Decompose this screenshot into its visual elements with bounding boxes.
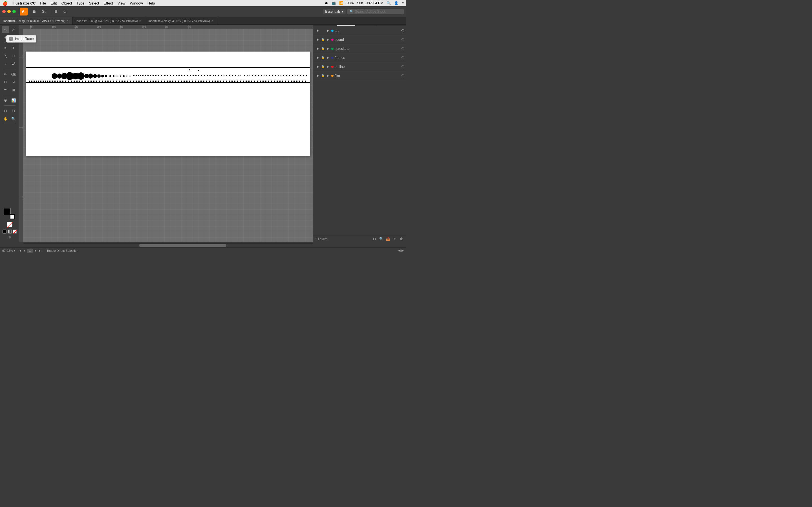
layer-outline[interactable]: 👁 🔒 ▶ outline [313,62,406,71]
line-tool[interactable]: ╲ [2,52,9,59]
app-name[interactable]: Illustrator CC [12,1,36,5]
hand-tool[interactable]: ✋ [2,115,9,122]
apple-menu[interactable]: 🍎 [2,1,8,6]
stroke-color[interactable] [10,214,15,219]
free-transform-tool[interactable]: ⊞ [10,86,17,94]
close-tab-3[interactable]: ✕ [211,19,213,22]
zoom-dropdown-icon[interactable]: ▾ [14,249,15,252]
nav-arrow-right[interactable]: ▶ [402,249,404,252]
layer-eye-outline[interactable]: 👁 [315,64,319,69]
color-mode-none[interactable] [13,230,17,233]
control-strip-icon[interactable]: ≡ [402,1,404,5]
menu-edit[interactable]: Edit [50,1,57,5]
layer-lock-outline[interactable]: 🔒 [320,64,325,69]
layer-eye-sound[interactable]: 👁 [315,38,319,42]
delete-layer-icon[interactable]: 🗑 [399,237,404,241]
scrollbar-thumb[interactable] [139,244,226,247]
layer-target-art[interactable] [402,29,404,32]
layer-expand-frames[interactable]: ▶ [326,56,330,60]
paintbrush-tool[interactable]: 🖌 [10,60,17,67]
airplay-icon[interactable]: 📺 [332,1,336,5]
color-mode-gradient[interactable] [8,230,11,233]
layer-expand-outline[interactable]: ▶ [326,65,330,69]
artboard-tool[interactable]: ⊟ [2,107,9,114]
layer-target-frames[interactable] [402,56,404,59]
layer-lock-film[interactable]: 🔒 [320,73,325,78]
menu-effect[interactable]: Effect [104,1,113,5]
rect-tool[interactable]: □ [10,52,17,59]
screen-mode-icon[interactable]: ⊟ [8,236,11,239]
ellipse-tool[interactable]: ○ [2,60,9,67]
stroke-with-slash[interactable] [7,222,12,227]
layer-expand-sprockets[interactable]: ▶ [326,47,330,51]
perspective-button[interactable]: ◇ [61,8,68,15]
search-stock-input[interactable] [355,10,402,13]
pencil-tool[interactable]: ✏ [2,70,9,78]
minimize-button[interactable] [7,10,11,13]
stock-button[interactable]: St [40,8,47,15]
layer-sound[interactable]: 👁 🔒 ▶ sound [313,35,406,44]
prev-page-btn[interactable]: ◀ [22,249,26,252]
essentials-workspace[interactable]: Essentials ▾ [323,9,346,14]
pen-tool[interactable]: ✒ [2,44,9,52]
collect-in-layer-icon[interactable]: 📥 [386,237,390,241]
layer-lock-sprockets[interactable]: 🔒 [320,47,325,51]
zoom-tool[interactable]: 🔍 [10,115,17,122]
color-mode-solid[interactable] [3,230,6,233]
slice-tool[interactable]: ⊡ [10,107,17,114]
tab-laserfilm-2[interactable]: laserfilm-2.ai @ 53.66% (RGB/GPU Preview… [72,17,145,24]
type-tool[interactable]: T [10,44,17,52]
scale-tool[interactable]: ⇲ [10,78,17,86]
layer-expand-film[interactable]: ▶ [326,74,330,78]
make-sublayer-icon[interactable]: ⊟ [372,237,377,241]
locate-object-icon[interactable]: 🔍 [379,237,384,241]
new-layer-icon[interactable]: + [393,237,397,241]
layer-eye-art[interactable]: 👁 [315,29,319,33]
symbol-tool[interactable]: ※ [2,97,9,104]
layer-frames[interactable]: 👁 🔒 ▶ frames [313,53,406,62]
wifi-icon[interactable]: 📶 [339,1,343,5]
direct-selection-tool[interactable]: ↗ [10,26,17,33]
page-input[interactable] [27,249,33,252]
menu-select[interactable]: Select [89,1,99,5]
layer-lock-sound[interactable]: 🔒 [320,38,325,42]
menu-object[interactable]: Object [61,1,72,5]
layer-target-film[interactable] [402,74,404,77]
rotate-tool[interactable]: ↺ [2,78,9,86]
close-tab-1[interactable]: ✕ [66,19,69,22]
eraser-tool[interactable]: ⌫ [10,70,17,78]
maximize-button[interactable] [12,10,16,13]
fill-stroke-indicator[interactable] [4,208,15,219]
layer-expand-art[interactable]: ▶ [326,29,330,33]
screen-record-icon[interactable]: ⏺ [325,1,328,5]
tab-laserfilm-3[interactable]: laserfilm-3.ai* @ 33.5% (RGB/GPU Preview… [145,17,217,24]
document-setup-button[interactable]: ⊞ [52,8,59,15]
close-tab-2[interactable]: ✕ [139,19,141,22]
layer-target-outline[interactable] [402,65,404,68]
bridge-button[interactable]: Br [31,8,38,15]
last-page-btn[interactable]: ▶| [38,249,42,252]
menu-window[interactable]: Window [130,1,143,5]
layer-eye-film[interactable]: 👁 [315,73,319,78]
layer-target-sound[interactable] [402,38,404,41]
selection-tool[interactable]: ↖ [2,26,9,33]
search-stock-field[interactable]: 🔍 [347,9,404,14]
menu-help[interactable]: Help [147,1,155,5]
user-icon[interactable]: 👤 [394,1,398,5]
layer-expand-sound[interactable]: ▶ [326,38,330,42]
tooltip-close[interactable]: × [33,36,35,39]
layer-lock-art[interactable]: 🔒 [320,29,325,33]
layer-target-sprockets[interactable] [402,47,404,50]
menu-view[interactable]: View [117,1,125,5]
next-page-btn[interactable]: ▶ [34,249,38,252]
spotlight-icon[interactable]: 🔍 [387,1,391,5]
warp-tool[interactable]: 〜 [2,86,9,94]
horizontal-scrollbar[interactable] [23,243,313,247]
menu-file[interactable]: File [40,1,46,5]
layer-lock-frames[interactable]: 🔒 [320,55,325,60]
layer-eye-sprockets[interactable]: 👁 [315,47,319,51]
layer-art[interactable]: 👁 🔒 ▶ art [313,26,406,35]
tab-laserfilm-1[interactable]: laserfilm-1.ai @ 97.03% (RGB/GPU Preview… [0,17,72,24]
layer-film[interactable]: 👁 🔒 ▶ film [313,71,406,80]
chart-tool[interactable]: 📊 [10,97,17,104]
